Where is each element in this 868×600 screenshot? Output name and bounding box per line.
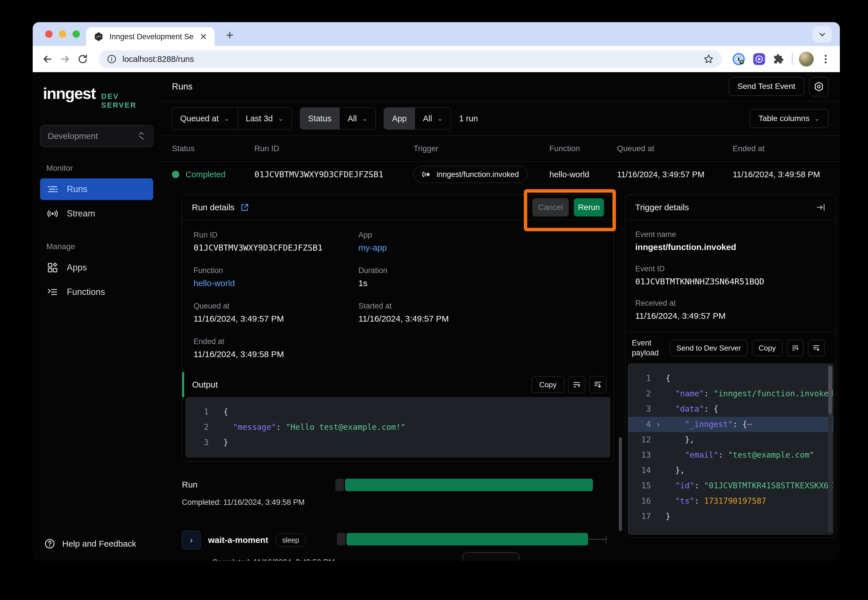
output-code[interactable]: 1{2 "message": "Hello test@example.com!"… <box>185 397 610 458</box>
cancel-button[interactable]: Cancel <box>532 198 569 217</box>
url-text[interactable]: localhost:8288/runs <box>123 55 698 64</box>
tab-search-chevron-icon[interactable] <box>813 26 832 42</box>
chevron-down-icon: ⌄ <box>278 115 284 123</box>
chevron-down-icon: ⌄ <box>224 115 229 123</box>
inngest-app: inngest DEV SERVER Development Monitor R… <box>33 72 840 561</box>
extensions-puzzle-icon[interactable] <box>772 53 786 66</box>
column-run-id[interactable]: Run ID <box>254 144 414 153</box>
table-row[interactable]: Completed 01JCVBTMV3WXY9D3CFDEJFZSB1 inn… <box>161 162 840 187</box>
sidebar-item-runs[interactable]: Runs <box>40 179 153 200</box>
trigger-details-panel: Trigger details Event nameinngest/functi… <box>625 195 836 538</box>
sidebar-item-apps[interactable]: Apps <box>40 257 153 279</box>
code-line[interactable]: 4› "_inngest": {⋯ <box>628 417 833 432</box>
code-line: 14 }, <box>628 463 833 478</box>
browser-tab[interactable]: Inngest Development Server ✕ <box>86 27 215 46</box>
chevron-down-icon: ⌄ <box>437 115 443 123</box>
tab-close-icon[interactable]: ✕ <box>200 32 207 41</box>
back-icon[interactable] <box>41 53 54 65</box>
step-bar[interactable] <box>337 533 607 545</box>
column-status[interactable]: Status <box>172 144 254 153</box>
pane-scrollbar-thumb[interactable] <box>619 437 622 531</box>
run-details-pane: Run details Cancel Rerun Run ID01JCVBTMV… <box>182 195 614 561</box>
new-tab-button[interactable]: + <box>226 27 234 42</box>
sidebar-item-stream[interactable]: Stream <box>40 203 153 224</box>
select-updown-icon <box>137 131 146 141</box>
table-columns-button[interactable]: Table columns⌄ <box>750 109 829 128</box>
step-expander-chevron-icon[interactable]: › <box>182 531 201 549</box>
load-more-button-partial[interactable] <box>463 552 519 561</box>
chevron-down-icon: ⌄ <box>362 115 367 123</box>
time-field-dropdown[interactable]: Queued at⌄ <box>172 108 238 129</box>
extension-app-icon[interactable] <box>752 52 766 66</box>
browser-menu-kebab-icon[interactable] <box>820 53 832 65</box>
stream-icon <box>46 208 59 220</box>
word-wrap-icon[interactable] <box>568 376 585 393</box>
payload-scroll-to-bottom-icon[interactable] <box>808 340 824 356</box>
event-payload-code[interactable]: 1{2 "name": "inngest/function.invoked",3… <box>628 364 834 535</box>
run-id-value: 01JCVBTMV3WXY9D3CFDEJFZSB1 <box>194 243 358 253</box>
send-test-event-button[interactable]: Send Test Event <box>729 77 804 96</box>
started-at-label: Started at <box>358 302 602 311</box>
send-to-dev-server-button[interactable]: Send to Dev Server <box>670 340 748 356</box>
runs-table-header: Status Run ID Trigger Function Queued at… <box>161 136 840 162</box>
monitor-section-label: Monitor <box>46 164 153 173</box>
run-details-panel: Run details Cancel Rerun Run ID01JCVBTMV… <box>182 195 614 462</box>
brand-row: inngest DEV SERVER <box>40 84 153 110</box>
status-filter-label: Status <box>300 108 340 129</box>
maximize-window-button[interactable] <box>73 30 80 38</box>
environment-select[interactable]: Development <box>40 125 153 147</box>
forward-icon[interactable] <box>59 53 71 65</box>
payload-copy-button[interactable]: Copy <box>752 340 783 356</box>
minimize-window-button[interactable] <box>59 30 66 38</box>
profile-avatar[interactable] <box>799 52 814 67</box>
code-line: 1{ <box>628 371 833 386</box>
received-at-label: Received at <box>635 299 826 308</box>
output-copy-button[interactable]: Copy <box>531 376 564 393</box>
step-kind-badge: sleep <box>276 533 306 547</box>
ended-at-cell: 11/16/2024, 3:49:58 PM <box>733 170 840 179</box>
run-timeline: Run Completed: 11/16/2024, 3:49:58 PM › … <box>182 480 614 561</box>
queued-at-label: Queued at <box>194 302 358 311</box>
close-window-button[interactable] <box>45 30 53 38</box>
page-header: Runs Send Test Event <box>161 72 840 102</box>
received-at-value: 11/16/2024, 3:49:57 PM <box>635 311 826 321</box>
scroll-to-bottom-icon[interactable] <box>589 376 606 393</box>
bookmark-star-icon[interactable] <box>703 54 714 65</box>
app-label: App <box>358 231 602 239</box>
trigger-pill[interactable]: inngest/function.invoked <box>414 166 527 183</box>
rerun-button[interactable]: Rerun <box>574 198 604 217</box>
collapse-panel-icon[interactable] <box>816 202 826 212</box>
help-and-feedback[interactable]: Help and Feedback <box>40 538 153 549</box>
reload-icon[interactable] <box>76 53 89 65</box>
time-field-label: Queued at <box>180 114 219 123</box>
timeline-step-row: › wait-a-moment sleep Completed: 11/16/2… <box>182 531 614 561</box>
run-bar[interactable] <box>335 479 593 491</box>
queued-at-cell: 11/16/2024, 3:49:57 PM <box>617 170 733 179</box>
time-range-label: Last 3d <box>246 114 273 123</box>
payload-word-wrap-icon[interactable] <box>787 340 803 356</box>
run-id-cell: 01JCVBTMV3WXY9D3CFDEJFZSB1 <box>254 170 414 179</box>
apps-icon <box>46 262 59 274</box>
time-filter: Queued at⌄ Last 3d⌄ <box>172 108 292 130</box>
environment-value: Development <box>48 131 98 141</box>
app-filter-dropdown[interactable]: All⌄ <box>415 108 451 129</box>
column-queued-at[interactable]: Queued at <box>617 144 733 153</box>
app-link[interactable]: my-app <box>358 243 602 253</box>
payload-scrollbar-thumb[interactable] <box>828 366 832 414</box>
settings-button[interactable] <box>809 77 829 96</box>
external-link-icon[interactable] <box>240 203 249 212</box>
step-name: wait-a-moment <box>208 535 268 545</box>
column-function[interactable]: Function <box>549 144 617 153</box>
status-filter: Status All⌄ <box>300 108 376 130</box>
toolbar-extensions <box>731 52 832 67</box>
run-id-label: Run ID <box>194 231 358 239</box>
column-ended-at[interactable]: Ended at <box>733 144 840 153</box>
time-range-dropdown[interactable]: Last 3d⌄ <box>238 108 291 129</box>
password-manager-icon[interactable] <box>731 52 746 66</box>
status-filter-dropdown[interactable]: All⌄ <box>340 108 375 129</box>
site-info-icon[interactable] <box>106 54 117 64</box>
column-trigger[interactable]: Trigger <box>414 144 549 153</box>
function-link[interactable]: hello-world <box>194 279 358 288</box>
sidebar-item-functions[interactable]: Functions <box>40 281 153 303</box>
url-bar[interactable]: localhost:8288/runs <box>99 50 722 68</box>
